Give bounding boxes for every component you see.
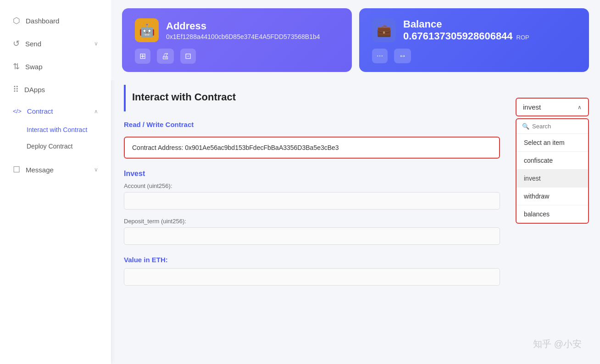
balance-unit: ROP (517, 34, 529, 41)
page-content: Interact with Contract Read / Write Cont… (111, 80, 600, 364)
sidebar-item-contract[interactable]: </> Contract ∧ (0, 101, 111, 121)
contract-icon: </> (13, 108, 22, 115)
sidebar-item-label: Send (25, 40, 41, 48)
contract-address-box: Contract Address: 0x901Ae56ac9bd153bFdec… (124, 137, 500, 159)
balance-card-title: Balance (403, 18, 529, 30)
sidebar-item-label: Contract (27, 107, 53, 115)
function-dropdown-trigger[interactable]: invest ∧ (516, 98, 589, 116)
sidebar-item-message[interactable]: ☐ Message ∨ (0, 158, 111, 181)
value-eth-label: Value in ETH: (124, 256, 587, 264)
dashboard-icon: ⬡ (13, 16, 20, 26)
chevron-up-icon: ∧ (94, 108, 98, 115)
function-dropdown-container: invest ∧ 🔍 Select an item confiscate inv… (516, 98, 589, 224)
sidebar-item-label: DApps (24, 86, 45, 94)
dapps-icon: ⠿ (13, 84, 19, 94)
sidebar-sub-item-interact[interactable]: Interact with Contract (0, 121, 111, 138)
dropdown-search-input[interactable] (532, 123, 583, 130)
main-content: 🤖 Address 0x1Ef1288a44100cb6D85e374E4A5F… (111, 0, 600, 364)
sidebar-item-label: Swap (25, 63, 43, 71)
more-button[interactable]: ··· (372, 49, 388, 63)
sidebar-item-label: Message (26, 166, 54, 174)
qr-button[interactable]: ⊞ (135, 49, 150, 64)
sidebar-sub-item-deploy[interactable]: Deploy Contract (0, 138, 111, 154)
dropdown-item-invest[interactable]: invest (517, 170, 588, 188)
chevron-up-icon: ∧ (578, 104, 582, 110)
dropdown-item-withdraw[interactable]: withdraw (517, 188, 588, 205)
balance-value: 0.676137305928606844 ROP (403, 30, 529, 42)
avatar: 🤖 (135, 18, 159, 42)
balance-actions: ··· ↔ (372, 49, 576, 63)
refresh-button[interactable]: ↔ (394, 49, 411, 63)
top-cards: 🤖 Address 0x1Ef1288a44100cb6D85e374E4A5F… (111, 0, 600, 80)
dropdown-item-confiscate[interactable]: confiscate (517, 152, 588, 170)
send-icon: ↺ (13, 39, 20, 49)
sidebar-sub-item-label: Deploy Contract (27, 143, 72, 150)
address-actions: ⊞ 🖨 ⊡ (135, 49, 339, 64)
dropdown-selected-value: invest (523, 103, 541, 111)
watermark: 知乎 @小安 (533, 338, 582, 350)
message-icon: ☐ (13, 165, 20, 175)
value-eth-input[interactable]: 0 (124, 268, 500, 286)
print-button[interactable]: 🖨 (157, 49, 174, 64)
sidebar-item-send[interactable]: ↺ Send ∨ (0, 32, 111, 55)
address-card: 🤖 Address 0x1Ef1288a44100cb6D85e374E4A5F… (122, 8, 352, 72)
account-input[interactable] (124, 192, 500, 210)
dropdown-menu: 🔍 Select an item confiscate invest withd… (516, 118, 589, 224)
sidebar-item-dashboard[interactable]: ⬡ Dashboard (0, 9, 111, 32)
sidebar: ⬡ Dashboard ↺ Send ∨ ⇅ Swap ⠿ DApps </> … (0, 0, 111, 364)
address-card-title: Address (166, 20, 320, 32)
balance-avatar: 💼 (372, 18, 396, 42)
sidebar-item-dapps[interactable]: ⠿ DApps (0, 78, 111, 101)
contract-address-value: 0x901Ae56ac9bd153bFdecFbBaA3356D3Ba5e3cB… (185, 144, 339, 151)
address-value: 0x1Ef1288a44100cb6D85e374E4A5FDD573568B1… (166, 33, 320, 40)
chevron-icon: ∨ (94, 40, 98, 47)
chevron-down-icon: ∨ (94, 166, 98, 173)
sidebar-item-swap[interactable]: ⇅ Swap (0, 55, 111, 78)
sidebar-item-label: Dashboard (26, 17, 59, 25)
dropdown-item-select[interactable]: Select an item (517, 134, 588, 152)
copy-button[interactable]: ⊡ (180, 49, 196, 64)
swap-icon: ⇅ (13, 61, 20, 72)
balance-card: 💼 Balance 0.676137305928606844 ROP ··· ↔ (359, 8, 589, 72)
sidebar-sub-item-label: Interact with Contract (27, 126, 87, 133)
dropdown-item-balances[interactable]: balances (517, 205, 588, 223)
dropdown-search-container: 🔍 (517, 119, 588, 134)
search-icon: 🔍 (522, 123, 529, 130)
contract-address-label: Contract Address: (132, 144, 183, 151)
deposit-input[interactable] (124, 227, 500, 245)
